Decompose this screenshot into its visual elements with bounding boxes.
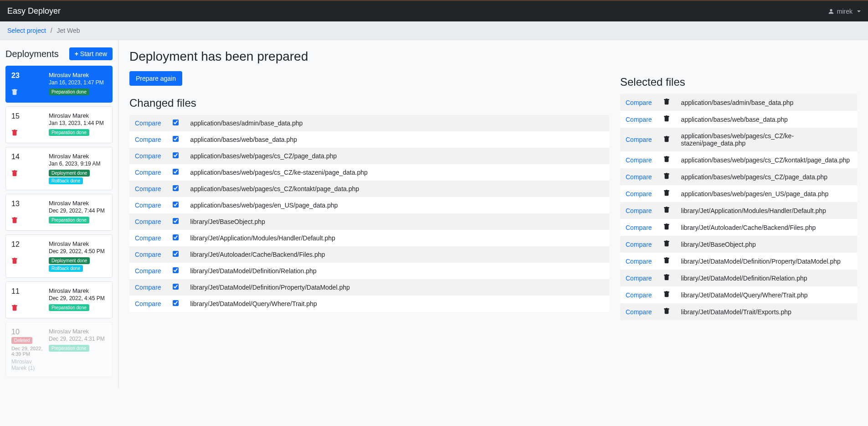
compare-link[interactable]: Compare [626, 275, 652, 282]
file-checkbox[interactable] [173, 185, 179, 191]
compare-link[interactable]: Compare [626, 258, 652, 265]
delete-deployment-button[interactable] [11, 89, 43, 97]
file-checkbox[interactable] [173, 300, 179, 306]
compare-link[interactable]: Compare [626, 136, 652, 143]
table-row: Compare application/bases/web/pages/cs_C… [620, 168, 857, 185]
compare-link[interactable]: Compare [135, 284, 161, 291]
changed-files-title: Changed files [129, 97, 609, 109]
breadcrumb-link[interactable]: Select project [7, 27, 46, 34]
compare-link[interactable]: Compare [626, 308, 652, 316]
compare-link[interactable]: Compare [626, 207, 652, 214]
file-checkbox[interactable] [173, 218, 179, 224]
deployment-id: 12 [11, 240, 43, 249]
table-row: Compare library/Jet/BaseObject.php [620, 236, 857, 253]
deployment-item[interactable]: 11 Miroslav Marek Dec 29, 2022, 4:45 PM … [5, 281, 113, 318]
compare-link[interactable]: Compare [626, 173, 652, 181]
compare-link[interactable]: Compare [135, 119, 161, 127]
changed-files-table: Compare application/bases/admin/base_dat… [129, 115, 609, 312]
remove-file-button[interactable] [663, 136, 670, 142]
compare-link[interactable]: Compare [135, 136, 161, 143]
start-new-button[interactable]: + Start new [69, 47, 113, 60]
table-row: Compare library/Jet/DataModel/Definition… [620, 253, 857, 270]
delete-deployment-button[interactable] [11, 170, 43, 178]
table-row: Compare application/bases/web/pages/cs_C… [620, 128, 857, 151]
remove-file-button[interactable] [663, 257, 670, 264]
compare-link[interactable]: Compare [135, 267, 161, 275]
remove-file-button[interactable] [663, 223, 670, 230]
sidebar: Deployments + Start new 23 Miroslav Mare… [0, 40, 118, 388]
compare-link[interactable]: Compare [135, 218, 161, 225]
compare-link[interactable]: Compare [626, 224, 652, 231]
table-row: Compare library/Jet/Autoloader/Cache/Bac… [129, 246, 609, 263]
file-checkbox[interactable] [173, 267, 179, 273]
deployment-author: Miroslav Marek [49, 72, 107, 78]
compare-link[interactable]: Compare [626, 99, 652, 106]
delete-deployment-button[interactable] [11, 217, 43, 225]
compare-link[interactable]: Compare [135, 202, 161, 209]
remove-file-button[interactable] [663, 240, 670, 247]
file-checkbox[interactable] [173, 136, 179, 142]
file-path: application/bases/web/base_data.php [185, 131, 609, 148]
deployment-id: 13 [11, 200, 43, 208]
file-checkbox[interactable] [173, 251, 179, 257]
user-icon [828, 8, 834, 15]
remove-file-button[interactable] [663, 173, 670, 179]
compare-link[interactable]: Compare [626, 156, 652, 164]
compare-link[interactable]: Compare [626, 291, 652, 299]
status-badge: Rollback done [49, 177, 83, 184]
compare-link[interactable]: Compare [135, 300, 161, 307]
remove-file-button[interactable] [663, 207, 670, 213]
deployment-item[interactable]: 23 Miroslav Marek Jan 16, 2023, 1:47 PM … [5, 66, 113, 103]
compare-link[interactable]: Compare [135, 169, 161, 176]
deployment-item[interactable]: 13 Miroslav Marek Dec 29, 2022, 7:44 PM … [5, 194, 113, 231]
remove-file-button[interactable] [663, 190, 670, 196]
delete-deployment-button[interactable] [11, 130, 43, 137]
status-badge: Rollback done [49, 265, 83, 272]
file-path: library/Jet/DataModel/Definition/Propert… [676, 253, 857, 270]
compare-link[interactable]: Compare [135, 251, 161, 258]
compare-link[interactable]: Compare [626, 190, 652, 197]
compare-link[interactable]: Compare [135, 234, 161, 242]
file-path: library/Jet/BaseObject.php [676, 236, 857, 253]
file-path: application/bases/web/pages/cs_CZ/ke-sta… [185, 164, 609, 181]
delete-deployment-button[interactable] [11, 305, 43, 312]
table-row: Compare application/bases/web/pages/cs_C… [129, 164, 609, 181]
file-path: library/Jet/Application/Modules/Handler/… [676, 202, 857, 219]
deployment-item[interactable]: 14 Miroslav Marek Jan 6, 2023, 9:19 AM D… [5, 147, 113, 190]
file-checkbox[interactable] [173, 152, 179, 158]
table-row: Compare library/Jet/Application/Modules/… [129, 230, 609, 246]
file-path: application/bases/web/pages/cs_CZ/ke-sta… [676, 128, 857, 151]
compare-link[interactable]: Compare [135, 185, 161, 192]
remove-file-button[interactable] [663, 291, 670, 297]
table-row: Compare application/bases/web/pages/en_U… [129, 197, 609, 213]
file-checkbox[interactable] [173, 284, 179, 290]
table-row: Compare library/Jet/DataModel/Definition… [129, 279, 609, 296]
file-path: application/bases/web/base_data.php [676, 111, 857, 128]
file-checkbox[interactable] [173, 169, 179, 175]
breadcrumb-current: Jet Web [57, 27, 80, 34]
file-checkbox[interactable] [173, 202, 179, 208]
sidebar-title: Deployments [5, 49, 59, 59]
compare-link[interactable]: Compare [135, 152, 161, 160]
table-row: Compare library/Jet/Autoloader/Cache/Bac… [620, 219, 857, 236]
remove-file-button[interactable] [663, 115, 670, 122]
file-path: application/bases/web/pages/cs_CZ/kontak… [185, 181, 609, 197]
deployment-item-faded[interactable]: 10 Deleted Dec 29, 2022, 4:39 PM Mirosla… [5, 322, 113, 377]
prepare-again-button[interactable]: Prepare again [129, 71, 182, 86]
remove-file-button[interactable] [663, 274, 670, 281]
file-checkbox[interactable] [173, 119, 179, 125]
delete-deployment-button[interactable] [11, 258, 43, 265]
file-checkbox[interactable] [173, 234, 179, 240]
deployment-item[interactable]: 12 Miroslav Marek Dec 29, 2022, 4:50 PM … [5, 234, 113, 278]
table-row: Compare application/bases/web/base_data.… [620, 111, 857, 128]
remove-file-button[interactable] [663, 156, 670, 162]
deployment-item[interactable]: 15 Miroslav Marek Jan 13, 2023, 1:44 PM … [5, 106, 113, 143]
deployment-left-date: Dec 29, 2022, 4:39 PM [11, 346, 43, 357]
remove-file-button[interactable] [663, 308, 670, 314]
remove-file-button[interactable] [663, 99, 670, 105]
app-brand[interactable]: Easy Deployer [7, 6, 61, 16]
deployment-id: 15 [11, 112, 43, 120]
compare-link[interactable]: Compare [626, 241, 652, 248]
user-menu[interactable]: mirek [828, 8, 861, 15]
compare-link[interactable]: Compare [626, 116, 652, 123]
